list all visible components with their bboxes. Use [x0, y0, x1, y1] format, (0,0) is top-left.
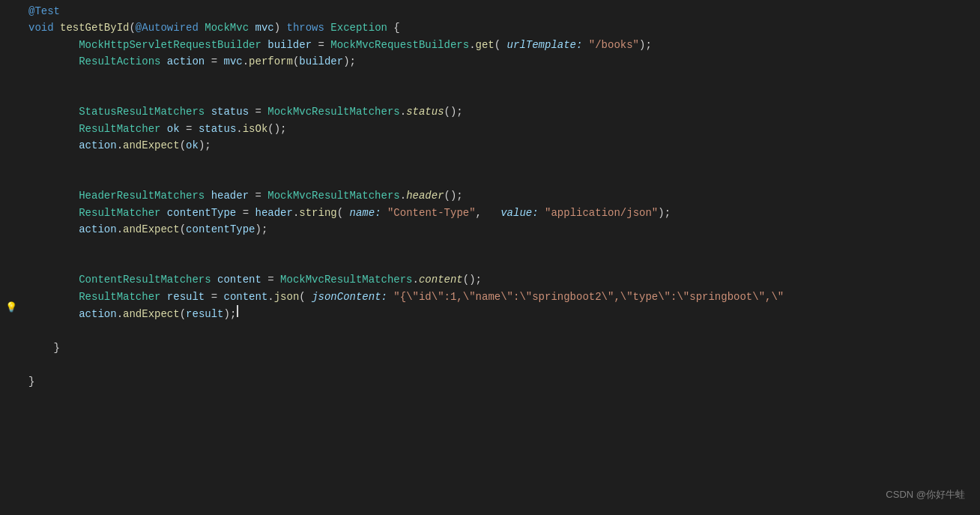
code-line: ResultActions action = mvc . perform ( b… — [28, 53, 980, 70]
gutter: 💡 — [0, 0, 22, 515]
code-line: MockHttpServletRequestBuilder builder = … — [28, 37, 980, 53]
code-line — [28, 171, 980, 187]
code-line: @Test — [28, 3, 980, 19]
method-testgetbyid: testGetById — [60, 19, 129, 36]
code-line — [28, 255, 980, 271]
watermark: CSDN @你好牛蛙 — [886, 487, 965, 503]
code-line — [28, 322, 980, 339]
code-line — [28, 87, 980, 103]
code-line — [28, 238, 980, 254]
code-line: action . andExpect ( contentType ); — [28, 221, 980, 238]
code-line: } — [28, 340, 980, 356]
code-line: void testGetById ( @Autowired MockMvc mv… — [28, 19, 980, 36]
keyword-void: void — [28, 19, 54, 36]
code-line — [28, 356, 980, 373]
code-line: StatusResultMatchers status = MockMvcRes… — [28, 103, 980, 120]
code-line: } — [28, 373, 980, 390]
code-editor: 💡 @Test void testGetById ( @Autowired Mo… — [0, 0, 980, 515]
code-line — [28, 70, 980, 87]
bulb-icon[interactable]: 💡 — [4, 300, 19, 316]
code-line: ResultMatcher ok = status . isOk (); — [28, 121, 980, 137]
code-content: @Test void testGetById ( @Autowired Mock… — [22, 0, 980, 515]
code-line: ResultMatcher contentType = header . str… — [28, 205, 980, 221]
code-line: HeaderResultMatchers header = MockMvcRes… — [28, 187, 980, 204]
code-line: action . andExpect ( ok ); — [28, 137, 980, 154]
code-line: ContentResultMatchers content = MockMvcR… — [28, 271, 980, 288]
annotation-test: @Test — [28, 3, 60, 19]
code-line: ResultMatcher result = content . json ( … — [28, 289, 980, 305]
code-line — [28, 154, 980, 171]
code-line: action . andExpect ( result ); — [28, 305, 980, 322]
